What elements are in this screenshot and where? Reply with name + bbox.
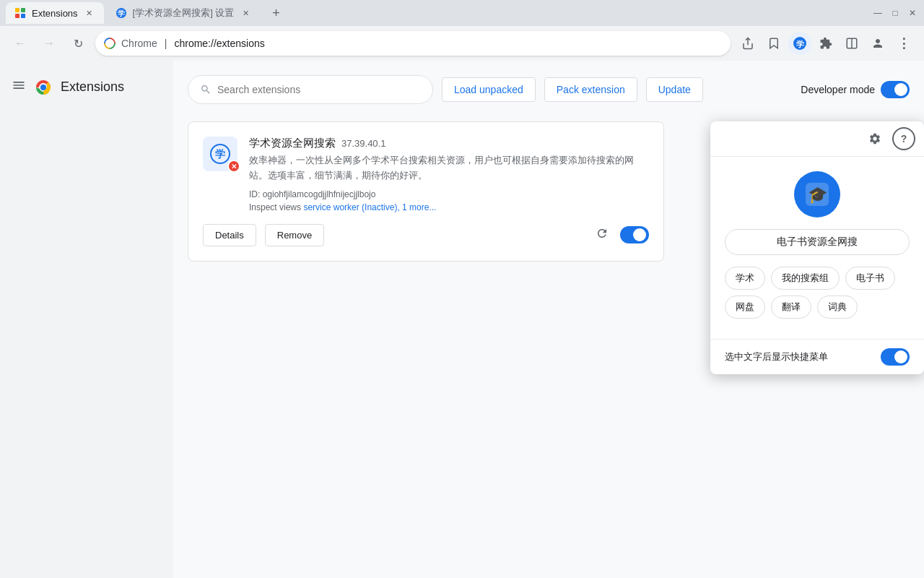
search-box[interactable] [188,75,433,104]
bookmark-button[interactable] [762,32,785,55]
extension-description: 效率神器，一次性从全网多个学术平台搜索相关资源，用户也可根据自身需要添加待搜索的… [249,153,649,184]
reload-button[interactable]: ↻ [66,32,90,55]
chrome-logo [35,79,52,96]
profile-button[interactable] [866,32,889,55]
extension-name: 学术资源全网搜索 [249,137,336,150]
popup-footer-toggle[interactable] [881,348,910,366]
address-bar[interactable]: Chrome | chrome://extensions [95,31,731,56]
tag-4[interactable]: 翻译 [771,296,811,319]
developer-mode-toggle[interactable] [881,81,910,98]
popup-extension-icon: 🎓 [794,171,840,217]
popup-header: ? [710,121,924,157]
extensions-tab-label: Extensions [32,8,78,19]
share-button[interactable] [736,32,759,55]
update-button[interactable]: Update [646,77,703,102]
extension-toggle[interactable] [620,226,649,243]
popup-panel: ? 🎓 电子书资源全网搜 学术 我的搜索组 电子书 网盘 翻译 词典 [710,121,924,374]
settings-tab[interactable]: 学 [学术资源全网搜索] 设置 ✕ [107,2,261,24]
sidebar-title: Extensions [61,79,124,95]
active-extension-button[interactable]: 学 [788,32,811,55]
popup-help-button[interactable]: ? [892,127,915,150]
extensions-tab-close[interactable]: ✕ [84,7,95,19]
pack-extension-button[interactable]: Pack extension [544,77,637,102]
svg-point-12 [40,85,46,90]
tag-0[interactable]: 学术 [725,267,765,290]
extension-version: 37.39.40.1 [341,138,385,149]
dev-mode-label: Developer mode [801,84,875,95]
popup-extension-name: 电子书资源全网搜 [725,229,910,255]
split-button[interactable] [840,32,863,55]
dev-mode-section: Developer mode [801,81,910,98]
extension-badge: ✕ [227,160,240,173]
forward-button[interactable]: → [38,32,61,55]
title-bar: Extensions ✕ 学 [学术资源全网搜索] 设置 ✕ + — □ ✕ [0,0,924,26]
navbar-actions: 学 ⋮ [736,32,915,55]
svg-rect-2 [15,14,19,18]
page-content: Extensions Load unpacked Pack extension … [0,61,924,578]
extension-views: Inspect views service worker (Inactive),… [249,202,649,212]
details-button[interactable]: Details [203,224,256,246]
svg-text:学: 学 [118,9,125,17]
svg-rect-0 [15,8,19,12]
svg-text:🎓: 🎓 [808,185,828,204]
window-controls: — □ ✕ [872,7,918,19]
extension-icon: 学 ✕ [203,137,237,171]
popup-tags: 学术 我的搜索组 电子书 网盘 翻译 词典 [725,267,910,319]
site-favicon [104,38,116,49]
tag-5[interactable]: 词典 [817,296,858,319]
popup-settings-button[interactable] [863,127,886,150]
refresh-icon[interactable] [596,227,609,243]
toolbar: Load unpacked Pack extension Update Deve… [188,75,910,104]
new-tab-button[interactable]: + [266,3,286,23]
svg-text:学: 学 [796,40,804,48]
extension-id: ID: ogiohfjilamcogdjjlhfnijecjjlbojo [249,189,649,199]
extension-card: 学 ✕ 学术资源全网搜索 37.39.40.1 效率神器，一次性从全网多个学术平… [188,121,664,262]
chrome-menu-button[interactable]: ⋮ [892,32,915,55]
extensions-tab-favicon [14,7,26,19]
extensions-tab[interactable]: Extensions ✕ [6,2,104,24]
search-icon [200,84,212,95]
svg-rect-1 [21,8,25,12]
remove-button[interactable]: Remove [265,224,324,246]
popup-footer: 选中文字后显示快捷菜单 [710,339,924,374]
address-separator: | [165,38,167,49]
close-button[interactable]: ✕ [907,7,918,19]
tag-3[interactable]: 网盘 [725,296,765,319]
popup-body: 🎓 电子书资源全网搜 学术 我的搜索组 电子书 网盘 翻译 词典 [710,157,924,339]
tag-1[interactable]: 我的搜索组 [771,267,840,290]
back-button[interactable]: ← [9,32,32,55]
extension-card-footer: Details Remove [203,224,649,246]
load-unpacked-button[interactable]: Load unpacked [442,77,536,102]
extension-info: 学术资源全网搜索 37.39.40.1 效率神器，一次性从全网多个学术平台搜索相… [249,137,649,212]
extensions-menu-button[interactable] [814,32,837,55]
svg-rect-3 [21,14,25,18]
extension-card-header: 学 ✕ 学术资源全网搜索 37.39.40.1 效率神器，一次性从全网多个学术平… [203,137,649,212]
sidebar: Extensions [0,61,173,578]
navbar: ← → ↻ Chrome | chrome://extensions [0,26,924,61]
maximize-button[interactable]: □ [889,7,901,19]
svg-text:学: 学 [215,148,225,160]
sidebar-menu-button[interactable] [12,78,26,96]
tag-2[interactable]: 电子书 [845,267,895,290]
inspect-views-label: Inspect views [249,202,301,212]
sidebar-header: Extensions [0,72,173,102]
search-input[interactable] [217,84,421,95]
address-site: Chrome [121,38,157,49]
extension-name-row: 学术资源全网搜索 37.39.40.1 [249,137,649,150]
inspect-views-link[interactable]: service worker (Inactive), 1 more... [303,202,436,212]
address-path: chrome://extensions [174,38,264,49]
settings-tab-close[interactable]: ✕ [240,7,251,19]
settings-tab-label: [学术资源全网搜索] 设置 [133,7,235,20]
settings-tab-favicon: 学 [116,7,127,19]
minimize-button[interactable]: — [872,7,884,19]
popup-footer-label: 选中文字后显示快捷菜单 [725,350,828,363]
